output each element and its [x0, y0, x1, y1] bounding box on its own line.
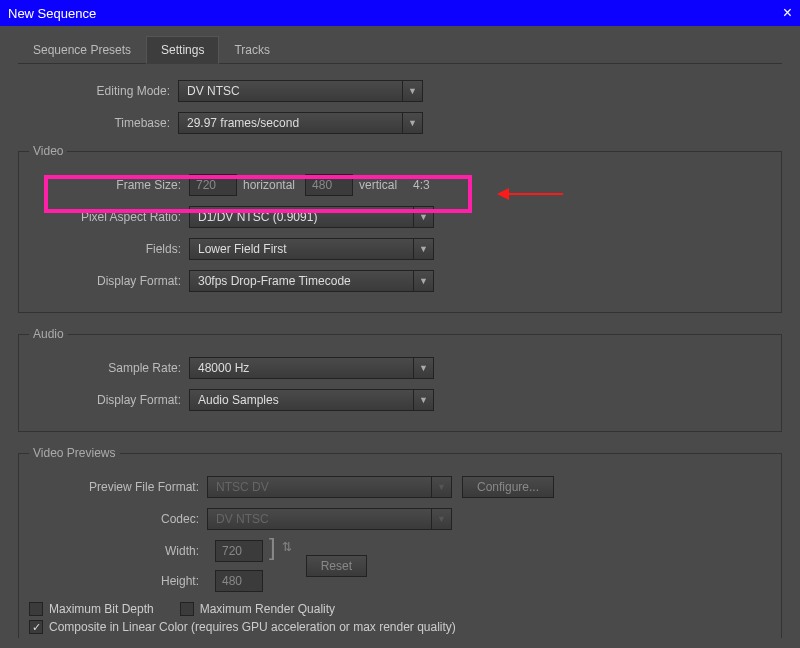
arrow-shaft [509, 193, 563, 195]
tab-sequence-presets[interactable]: Sequence Presets [18, 36, 146, 63]
aspect-ratio-text: 4:3 [413, 178, 430, 192]
chevron-down-icon: ▼ [413, 358, 433, 378]
video-legend: Video [29, 144, 67, 158]
tab-settings[interactable]: Settings [146, 36, 219, 64]
check-icon: ✓ [32, 621, 41, 634]
fields-label: Fields: [29, 242, 189, 256]
chevron-down-icon: ▼ [413, 390, 433, 410]
audio-display-format-value: Audio Samples [198, 393, 279, 407]
max-render-quality-checkbox[interactable] [180, 602, 194, 616]
editing-mode-value: DV NTSC [187, 84, 240, 98]
codec-select: DV NTSC ▼ [207, 508, 452, 530]
editing-mode-label: Editing Mode: [18, 84, 178, 98]
close-icon[interactable]: × [783, 4, 792, 22]
video-display-format-select[interactable]: 30fps Drop-Frame Timecode ▼ [189, 270, 434, 292]
composite-linear-label: Composite in Linear Color (requires GPU … [49, 620, 456, 634]
window-title: New Sequence [8, 6, 783, 21]
tab-tracks[interactable]: Tracks [219, 36, 285, 63]
frame-height-input[interactable] [305, 174, 353, 196]
frame-size-label: Frame Size: [29, 178, 189, 192]
composite-linear-checkbox[interactable]: ✓ [29, 620, 43, 634]
chevron-down-icon: ▼ [431, 477, 451, 497]
sample-rate-label: Sample Rate: [29, 361, 189, 375]
max-bit-depth-label: Maximum Bit Depth [49, 602, 154, 616]
pixel-aspect-value: D1/DV NTSC (0.9091) [198, 210, 317, 224]
chevron-down-icon: ▼ [413, 239, 433, 259]
chevron-down-icon: ▼ [402, 81, 422, 101]
timebase-value: 29.97 frames/second [187, 116, 299, 130]
arrow-head-icon [497, 188, 509, 200]
bracket-icon: ] [269, 540, 276, 554]
sample-rate-value: 48000 Hz [198, 361, 249, 375]
fields-value: Lower Field First [198, 242, 287, 256]
preview-file-format-label: Preview File Format: [29, 480, 207, 494]
audio-display-format-select[interactable]: Audio Samples ▼ [189, 389, 434, 411]
fields-select[interactable]: Lower Field First ▼ [189, 238, 434, 260]
codec-label: Codec: [29, 512, 207, 526]
chevron-down-icon: ▼ [431, 509, 451, 529]
max-render-quality-label: Maximum Render Quality [200, 602, 335, 616]
preview-height-input [215, 570, 263, 592]
tabs: Sequence Presets Settings Tracks [18, 36, 782, 64]
video-previews-legend: Video Previews [29, 446, 120, 460]
preview-file-format-select: NTSC DV ▼ [207, 476, 452, 498]
preview-width-label: Width: [29, 544, 207, 558]
annotation-arrow [497, 188, 563, 200]
frame-width-input[interactable] [189, 174, 237, 196]
preview-file-format-value: NTSC DV [216, 480, 269, 494]
vertical-label: vertical [359, 178, 397, 192]
video-group: Video Frame Size: horizontal vertical 4:… [18, 144, 782, 313]
editing-mode-select[interactable]: DV NTSC ▼ [178, 80, 423, 102]
video-previews-group: Video Previews Preview File Format: NTSC… [18, 446, 782, 638]
pixel-aspect-label: Pixel Aspect Ratio: [29, 210, 189, 224]
reset-button: Reset [306, 555, 367, 577]
preview-height-label: Height: [29, 574, 207, 588]
horizontal-label: horizontal [243, 178, 295, 192]
sample-rate-select[interactable]: 48000 Hz ▼ [189, 357, 434, 379]
chevron-down-icon: ▼ [413, 271, 433, 291]
chevron-down-icon: ▼ [402, 113, 422, 133]
video-display-format-label: Display Format: [29, 274, 189, 288]
video-display-format-value: 30fps Drop-Frame Timecode [198, 274, 351, 288]
timebase-select[interactable]: 29.97 frames/second ▼ [178, 112, 423, 134]
link-icon[interactable]: ⇅ [282, 540, 292, 554]
max-bit-depth-checkbox[interactable] [29, 602, 43, 616]
audio-legend: Audio [29, 327, 68, 341]
audio-group: Audio Sample Rate: 48000 Hz ▼ Display Fo… [18, 327, 782, 432]
preview-width-input [215, 540, 263, 562]
title-bar: New Sequence × [0, 0, 800, 26]
chevron-down-icon: ▼ [413, 207, 433, 227]
pixel-aspect-select[interactable]: D1/DV NTSC (0.9091) ▼ [189, 206, 434, 228]
configure-button: Configure... [462, 476, 554, 498]
audio-display-format-label: Display Format: [29, 393, 189, 407]
codec-value: DV NTSC [216, 512, 269, 526]
timebase-label: Timebase: [18, 116, 178, 130]
